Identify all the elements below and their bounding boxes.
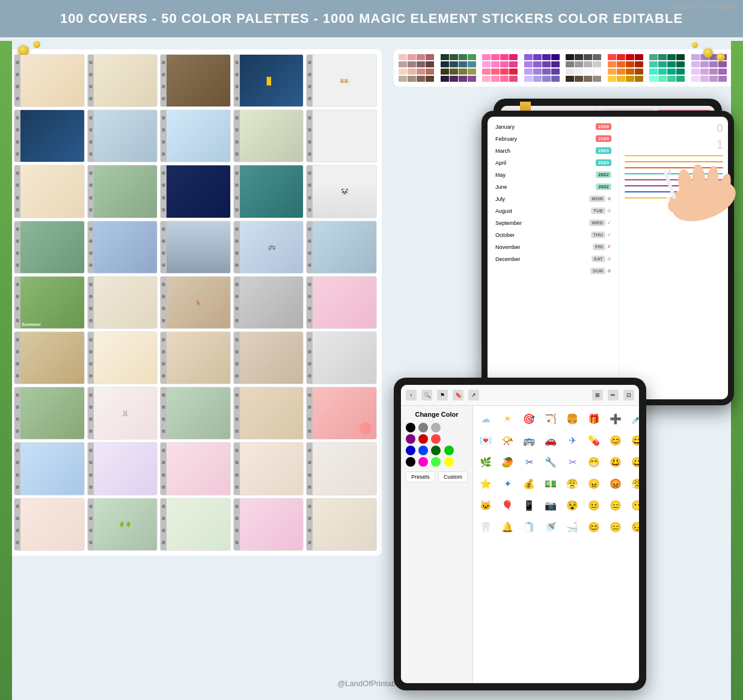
sticker-bow[interactable]: 🎯: [519, 409, 539, 428]
cover-15[interactable]: 🐼: [306, 165, 377, 218]
cover-8[interactable]: [160, 109, 231, 162]
cover-12[interactable]: [87, 165, 158, 218]
sticker-smile-2[interactable]: 😄: [628, 431, 639, 450]
sticker-face-sad[interactable]: 😔: [628, 517, 639, 536]
sticker-bath[interactable]: 🛁: [563, 517, 582, 536]
toolbar-share-icon[interactable]: ↗: [468, 390, 479, 401]
sticker-face-no-mouth[interactable]: 😶: [628, 496, 639, 515]
cover-17[interactable]: [87, 221, 158, 274]
sticker-face-dead[interactable]: 😵: [563, 496, 582, 515]
color-black-2[interactable]: [406, 457, 415, 467]
sticker-star[interactable]: ⭐: [476, 474, 495, 493]
sticker-plane[interactable]: ✈: [563, 431, 582, 450]
sticker-smiley-c[interactable]: 😀: [628, 452, 639, 471]
sticker-cat[interactable]: 🐱: [476, 496, 495, 515]
cover-35[interactable]: [306, 387, 377, 440]
color-dark-red[interactable]: [418, 434, 428, 444]
cover-38[interactable]: [160, 442, 231, 495]
sticker-arrow[interactable]: 🏹: [541, 409, 560, 428]
cover-30[interactable]: [306, 331, 377, 384]
sticker-car[interactable]: 🚗: [541, 431, 560, 450]
cover-2[interactable]: [87, 54, 158, 107]
presets-button[interactable]: Presets: [406, 471, 435, 482]
month-december[interactable]: December SAT ⊙: [492, 254, 614, 264]
sticker-face-x[interactable]: 😤: [563, 474, 582, 493]
cover-25[interactable]: [306, 276, 377, 329]
cover-22[interactable]: [87, 276, 158, 329]
cover-29[interactable]: [233, 331, 304, 384]
cover-40[interactable]: [306, 442, 377, 495]
color-red[interactable]: [431, 434, 441, 444]
toolbar-grid-icon[interactable]: ⊞: [592, 390, 603, 401]
toolbar-crop-icon[interactable]: ⊡: [623, 390, 634, 401]
cover-41[interactable]: [14, 498, 85, 551]
cover-16[interactable]: [14, 221, 85, 274]
cover-33[interactable]: [160, 387, 231, 440]
cover-31[interactable]: [14, 387, 85, 440]
toolbar-star-icon[interactable]: ⚑: [437, 390, 448, 401]
cover-13[interactable]: [160, 165, 231, 218]
cover-34[interactable]: [233, 387, 304, 440]
cover-6[interactable]: [14, 109, 85, 162]
cover-9[interactable]: [233, 109, 304, 162]
month-august[interactable]: August TUE ⊙: [492, 206, 614, 216]
cover-3[interactable]: [160, 54, 231, 107]
custom-button[interactable]: Custom: [438, 471, 468, 482]
month-june[interactable]: June 2022: [492, 182, 614, 192]
cover-45[interactable]: [306, 498, 377, 551]
sticker-food[interactable]: 🍔: [563, 409, 582, 428]
sticker-needle[interactable]: 💊: [584, 431, 604, 450]
cover-14[interactable]: [233, 165, 304, 218]
cover-27[interactable]: [87, 331, 158, 384]
cover-11[interactable]: [14, 165, 85, 218]
color-green[interactable]: [444, 446, 454, 455]
cover-32[interactable]: 🐰: [87, 387, 158, 440]
sticker-face-meh[interactable]: 😑: [606, 517, 625, 536]
month-november[interactable]: November FRI ✗: [492, 242, 614, 252]
cover-37[interactable]: [87, 442, 158, 495]
sticker-syringe[interactable]: 💉: [628, 409, 639, 428]
sticker-smiley-a[interactable]: 😁: [584, 452, 604, 471]
color-dark-green[interactable]: [431, 446, 441, 455]
color-yellow[interactable]: [444, 457, 454, 467]
cover-39[interactable]: [233, 442, 304, 495]
toolbar-bookmark-icon[interactable]: 🔖: [453, 390, 463, 401]
toolbar-search-icon[interactable]: 🔍: [421, 390, 432, 401]
cover-10[interactable]: [306, 109, 377, 162]
sticker-smiley-b[interactable]: 😃: [606, 452, 625, 471]
sticker-gift[interactable]: 🎁: [584, 409, 604, 428]
sticker-face-neutral[interactable]: 😑: [606, 496, 625, 515]
sticker-scissors2[interactable]: ✂: [563, 452, 582, 471]
sticker-van[interactable]: 🚌: [519, 431, 539, 450]
sticker-face-angry[interactable]: 😠: [584, 474, 604, 493]
color-blue[interactable]: [418, 446, 428, 455]
cover-5[interactable]: 📔📔: [306, 54, 377, 107]
sticker-dollar[interactable]: 💵: [541, 474, 560, 493]
cover-23[interactable]: 🦌: [160, 276, 231, 329]
cover-44[interactable]: [233, 498, 304, 551]
sticker-medical-cross[interactable]: ➕: [606, 409, 625, 428]
sticker-balloon[interactable]: 🎈: [498, 496, 517, 515]
month-extra[interactable]: SUN ⊗: [492, 266, 614, 276]
sticker-bell[interactable]: 🔔: [498, 517, 517, 536]
cover-42[interactable]: 🌵🌵: [87, 498, 158, 551]
color-light-grey[interactable]: [431, 423, 441, 432]
sticker-horn[interactable]: 📯: [498, 431, 517, 450]
sticker-plant[interactable]: 🌿: [476, 452, 495, 471]
sticker-face-ok[interactable]: 😊: [584, 517, 604, 536]
cover-36[interactable]: [14, 442, 85, 495]
sticker-smile-1[interactable]: 😊: [606, 431, 625, 450]
month-january[interactable]: January 2024: [492, 121, 614, 132]
cover-4[interactable]: ▮: [233, 54, 304, 107]
sticker-letter[interactable]: 💌: [476, 431, 495, 450]
sticker-diamond[interactable]: ✦: [498, 474, 517, 493]
sticker-toilet-paper[interactable]: 🧻: [519, 517, 539, 536]
sticker-mango[interactable]: 🥭: [498, 452, 517, 471]
sticker-sun[interactable]: ☀: [498, 409, 517, 428]
month-april[interactable]: April 2023: [492, 158, 614, 168]
sticker-money[interactable]: 💰: [519, 474, 539, 493]
sticker-scissors[interactable]: ✂: [519, 452, 539, 471]
month-july[interactable]: July MON ⊗: [492, 194, 614, 204]
color-purple[interactable]: [406, 434, 415, 444]
cover-1[interactable]: [14, 54, 85, 107]
